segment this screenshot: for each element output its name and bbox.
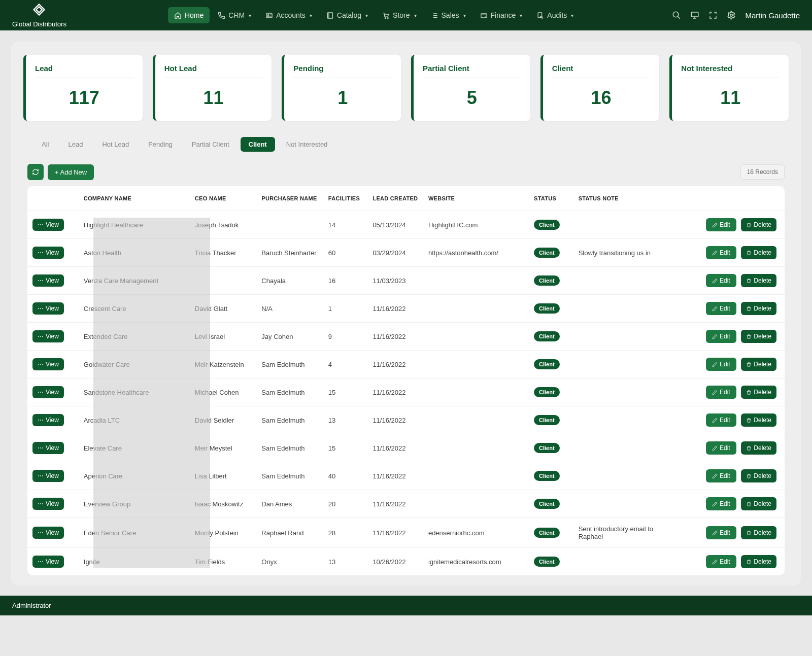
pencil-icon xyxy=(712,390,718,395)
cell-ceo: Tricia Thacker xyxy=(190,239,256,267)
view-button[interactable]: ⋯ View xyxy=(32,442,64,454)
trash-icon xyxy=(746,559,752,565)
nav-item-crm[interactable]: CRM▾ xyxy=(212,7,257,23)
view-button[interactable]: ⋯ View xyxy=(32,274,64,287)
trash-icon xyxy=(746,390,752,395)
nav-item-sales[interactable]: Sales▾ xyxy=(425,7,472,23)
edit-button[interactable]: Edit xyxy=(706,413,736,427)
delete-button[interactable]: Delete xyxy=(741,413,776,427)
status-card-client[interactable]: Client16 xyxy=(540,55,660,121)
cell-website xyxy=(423,406,529,434)
nav-item-store[interactable]: Store▾ xyxy=(376,7,422,23)
cell-purchaser: Dan Ames xyxy=(256,490,323,518)
tab-pending[interactable]: Pending xyxy=(140,137,181,152)
cell-website: ignitemedicalresorts.com xyxy=(423,548,529,576)
delete-button[interactable]: Delete xyxy=(741,274,776,287)
status-card-label: Client xyxy=(552,64,651,73)
svg-point-3 xyxy=(385,17,386,18)
table-row: ⋯ View Elevate Care Meir Meystel Sam Ede… xyxy=(27,434,785,462)
delete-button[interactable]: Delete xyxy=(741,358,776,371)
status-card-lead[interactable]: Lead117 xyxy=(23,55,143,121)
tab-lead[interactable]: Lead xyxy=(60,137,91,152)
view-button[interactable]: ⋯ View xyxy=(32,498,64,510)
pencil-icon xyxy=(712,445,718,451)
monitor-icon[interactable] xyxy=(690,11,699,20)
status-badge: Client xyxy=(534,220,560,230)
pencil-icon xyxy=(712,334,718,339)
edit-button[interactable]: Edit xyxy=(706,302,736,315)
refresh-button[interactable] xyxy=(27,164,44,180)
view-button[interactable]: ⋯ View xyxy=(32,302,64,315)
view-button[interactable]: ⋯ View xyxy=(32,330,64,342)
nav-item-accounts[interactable]: Accounts▾ xyxy=(259,7,318,23)
nav-item-label: Accounts xyxy=(276,11,306,19)
view-button[interactable]: ⋯ View xyxy=(32,527,64,539)
nav-item-audits[interactable]: Audits▾ xyxy=(530,7,580,23)
delete-button[interactable]: Delete xyxy=(741,246,776,259)
status-badge: Client xyxy=(534,275,560,286)
svg-rect-6 xyxy=(538,12,542,17)
pencil-icon xyxy=(712,306,718,312)
cell-facilities: 60 xyxy=(323,239,368,267)
settings-icon[interactable] xyxy=(727,11,736,20)
edit-button[interactable]: Edit xyxy=(706,386,736,399)
delete-button[interactable]: Delete xyxy=(741,441,776,455)
fullscreen-icon[interactable] xyxy=(708,11,718,20)
delete-button[interactable]: Delete xyxy=(741,526,776,539)
delete-button[interactable]: Delete xyxy=(741,497,776,510)
status-badge: Client xyxy=(534,359,560,369)
tab-partial-client[interactable]: Partial Client xyxy=(184,137,238,152)
cell-lead-created: 05/13/2024 xyxy=(367,211,423,239)
view-button[interactable]: ⋯ View xyxy=(32,470,64,482)
edit-button[interactable]: Edit xyxy=(706,358,736,371)
table-row: ⋯ View Aston Health Tricia Thacker Baruc… xyxy=(27,239,785,267)
view-button[interactable]: ⋯ View xyxy=(32,358,64,370)
cell-status-note: Slowly transitioning us in xyxy=(573,239,685,267)
search-icon[interactable] xyxy=(672,11,681,20)
view-button[interactable]: ⋯ View xyxy=(32,386,64,398)
delete-button[interactable]: Delete xyxy=(741,218,776,231)
cell-company: Elevate Care xyxy=(79,434,190,462)
edit-button[interactable]: Edit xyxy=(706,441,736,455)
delete-button[interactable]: Delete xyxy=(741,555,776,568)
add-new-button[interactable]: + Add New xyxy=(48,164,94,180)
status-card-pending[interactable]: Pending1 xyxy=(282,55,401,121)
cell-lead-created: 11/16/2022 xyxy=(367,378,423,406)
view-button[interactable]: ⋯ View xyxy=(32,247,64,259)
status-card-partial-client[interactable]: Partial Client5 xyxy=(411,55,530,121)
column-header: WEBSITE xyxy=(423,186,529,211)
tab-not-interested[interactable]: Not Interested xyxy=(278,137,336,152)
view-button[interactable]: ⋯ View xyxy=(32,556,64,568)
edit-button[interactable]: Edit xyxy=(706,246,736,259)
edit-button[interactable]: Edit xyxy=(706,497,736,510)
tab-all[interactable]: All xyxy=(33,137,57,152)
nav-item-catalog[interactable]: Catalog▾ xyxy=(320,7,374,23)
table-row: ⋯ View Highlight Healthcare Joseph Tsado… xyxy=(27,211,785,239)
user-name[interactable]: Martin Gaudette xyxy=(745,11,800,20)
edit-button[interactable]: Edit xyxy=(706,330,736,343)
status-card-hot-lead[interactable]: Hot Lead11 xyxy=(153,55,272,121)
edit-button[interactable]: Edit xyxy=(706,555,736,568)
table-row: ⋯ View Eden Senior Care Mordy Polstein R… xyxy=(27,518,785,548)
edit-button[interactable]: Edit xyxy=(706,526,736,539)
delete-button[interactable]: Delete xyxy=(741,302,776,315)
tab-client[interactable]: Client xyxy=(241,137,275,152)
nav-item-home[interactable]: Home xyxy=(168,7,210,23)
nav-item-finance[interactable]: Finance▾ xyxy=(474,7,529,23)
chevron-down-icon: ▾ xyxy=(414,13,417,18)
delete-button[interactable]: Delete xyxy=(741,469,776,482)
edit-button[interactable]: Edit xyxy=(706,469,736,482)
view-button[interactable]: ⋯ View xyxy=(32,414,64,426)
cell-purchaser: Baruch Steinharter xyxy=(256,239,323,267)
view-button[interactable]: ⋯ View xyxy=(32,219,64,231)
tab-hot-lead[interactable]: Hot Lead xyxy=(94,137,137,152)
cell-purchaser: Chayala xyxy=(256,267,323,295)
edit-button[interactable]: Edit xyxy=(706,274,736,287)
ellipsis-icon: ⋯ xyxy=(38,305,44,312)
delete-button[interactable]: Delete xyxy=(741,386,776,399)
delete-button[interactable]: Delete xyxy=(741,330,776,343)
status-card-not-interested[interactable]: Not Interested11 xyxy=(669,55,789,121)
edit-button[interactable]: Edit xyxy=(706,218,736,231)
status-card-label: Hot Lead xyxy=(164,64,263,73)
nav-items: HomeCRM▾Accounts▾Catalog▾Store▾Sales▾Fin… xyxy=(168,7,580,23)
